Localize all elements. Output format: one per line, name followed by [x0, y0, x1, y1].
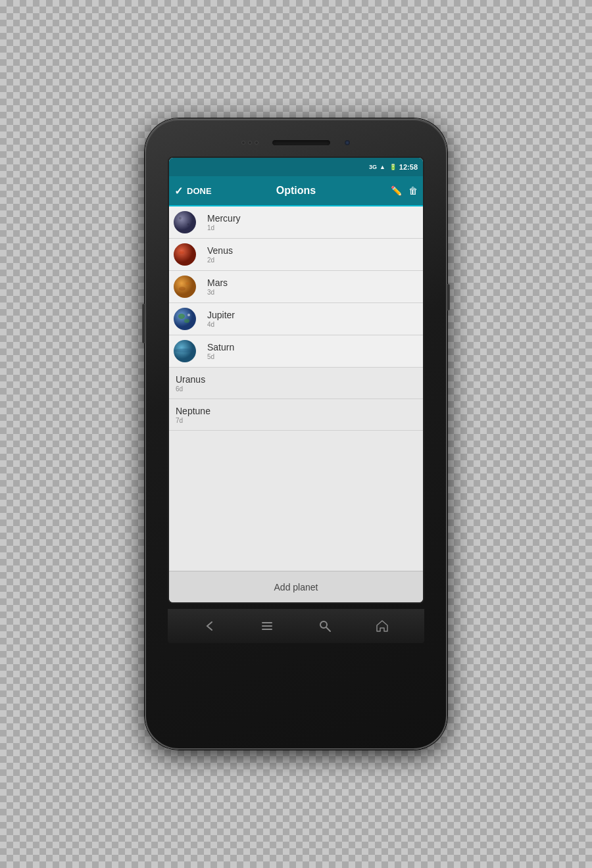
done-check-icon[interactable]: ✓: [174, 185, 183, 197]
status-bar-right: 3G ▲ 🔋 12:58: [369, 163, 418, 171]
svg-point-2: [187, 224, 189, 226]
action-bar-left: ✓ DONE: [174, 185, 235, 197]
list-item[interactable]: Uranus 6d: [169, 368, 423, 399]
list-item[interactable]: Saturn 5d: [169, 335, 423, 368]
planet-info: Neptune 7d: [169, 402, 423, 428]
svg-point-6: [179, 287, 185, 291]
planet-thumbnail: [169, 303, 201, 335]
planet-sub: 3d: [207, 289, 416, 296]
svg-point-9: [178, 314, 185, 319]
svg-point-8: [174, 308, 196, 330]
svg-rect-14: [262, 622, 272, 623]
edit-icon[interactable]: ✏️: [391, 185, 402, 196]
planet-thumbnail: [169, 239, 201, 270]
planet-name: Mercury: [207, 213, 416, 224]
volume-button[interactable]: [142, 304, 145, 343]
svg-point-10: [184, 319, 189, 323]
svg-line-18: [326, 627, 330, 631]
planet-name: Neptune: [176, 406, 416, 416]
planet-sub: 6d: [176, 385, 416, 393]
planet-sub: 1d: [207, 224, 416, 231]
front-camera: [344, 139, 351, 146]
list-item[interactable]: Mars 3d: [169, 271, 423, 303]
planet-info: Uranus 6d: [169, 370, 423, 397]
svg-point-1: [179, 217, 182, 220]
planet-name: Mars: [207, 277, 416, 288]
menu-button[interactable]: [254, 613, 280, 639]
svg-point-13: [174, 349, 195, 352]
planet-thumbnail: [169, 335, 201, 367]
screen-content: 3G ▲ 🔋 12:58 ✓ DONE Options ✏️ 🗑: [169, 158, 423, 602]
svg-point-4: [179, 251, 184, 254]
action-bar-right: ✏️ 🗑: [357, 185, 418, 196]
svg-point-0: [174, 211, 196, 233]
search-button[interactable]: [312, 613, 338, 639]
list-item[interactable]: Mercury 1d: [169, 206, 423, 239]
speaker-dot: [248, 141, 252, 145]
back-button[interactable]: [197, 613, 223, 639]
speaker-dot: [241, 141, 245, 145]
svg-point-7: [185, 282, 189, 285]
planet-info: Saturn 5d: [201, 338, 423, 364]
planet-name: Jupiter: [207, 310, 416, 320]
planet-info: Venus 2d: [201, 241, 423, 268]
action-bar: ✓ DONE Options ✏️ 🗑: [169, 176, 423, 206]
planet-thumbnail: [169, 206, 201, 238]
add-planet-button[interactable]: Add planet: [274, 582, 318, 592]
front-camera-area: [146, 139, 446, 146]
planet-name: Uranus: [176, 374, 416, 385]
list-item[interactable]: Venus 2d: [169, 239, 423, 271]
signal-bars: ▲: [380, 164, 385, 170]
phone-body: 3G ▲ 🔋 12:58 ✓ DONE Options ✏️ 🗑: [145, 118, 447, 750]
svg-rect-15: [262, 625, 272, 627]
add-planet-bar[interactable]: Add planet: [169, 571, 423, 602]
phone-top: [146, 133, 446, 157]
phone-wrapper: 3G ▲ 🔋 12:58 ✓ DONE Options ✏️ 🗑: [138, 105, 454, 763]
speaker-dot: [255, 141, 259, 145]
svg-point-3: [174, 243, 196, 266]
planet-thumbnail: [169, 271, 201, 302]
clock: 12:58: [399, 163, 418, 171]
svg-point-5: [174, 276, 196, 298]
done-button[interactable]: DONE: [187, 186, 212, 196]
status-bar: 3G ▲ 🔋 12:58: [169, 158, 423, 176]
action-bar-title: Options: [235, 185, 357, 197]
planet-info: Jupiter 4d: [201, 306, 423, 332]
planet-sub: 2d: [207, 256, 416, 264]
planet-name: Saturn: [207, 342, 416, 352]
power-button[interactable]: [447, 284, 450, 310]
list-item[interactable]: Neptune 7d: [169, 399, 423, 431]
planet-info: Mars 3d: [201, 274, 423, 300]
planet-list: Mercury 1d Venus 2d Mars 3d: [169, 206, 423, 571]
battery-indicator: 🔋: [389, 164, 397, 170]
nav-bar: [168, 609, 424, 643]
delete-icon[interactable]: 🗑: [408, 185, 418, 196]
planet-sub: 5d: [207, 353, 416, 360]
svg-point-11: [187, 314, 190, 316]
planet-sub: 7d: [176, 417, 416, 424]
svg-rect-16: [262, 629, 272, 630]
list-item[interactable]: Jupiter 4d: [169, 303, 423, 335]
home-button[interactable]: [369, 613, 395, 639]
planet-info: Mercury 1d: [201, 209, 423, 235]
signal-indicator: 3G: [369, 164, 377, 170]
screen-bezel: 3G ▲ 🔋 12:58 ✓ DONE Options ✏️ 🗑: [168, 157, 424, 604]
speaker-dots: [241, 141, 259, 145]
planet-sub: 4d: [207, 321, 416, 328]
speaker-grille: [272, 139, 331, 146]
planet-name: Venus: [207, 245, 416, 256]
